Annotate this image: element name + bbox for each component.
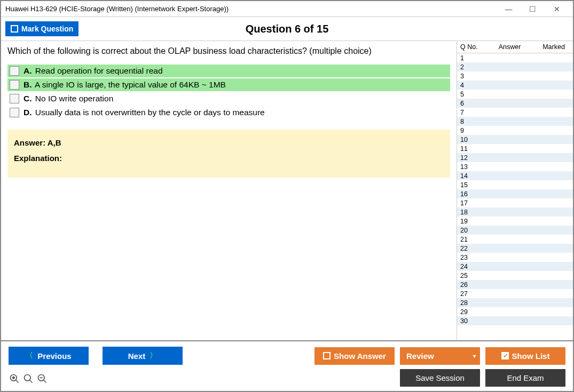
list-row[interactable]: 2 (457, 62, 573, 71)
list-row[interactable]: 18 (457, 207, 573, 217)
list-header: Q No. Answer Marked (457, 41, 573, 53)
next-button[interactable]: Next 〉 (103, 347, 183, 365)
row-number: 21 (460, 236, 476, 243)
minimize-icon[interactable]: — (497, 2, 521, 17)
question-list-panel: Q No. Answer Marked 12345678910111213141… (457, 41, 573, 340)
maximize-icon[interactable]: ☐ (521, 2, 545, 17)
list-row[interactable]: 5 (457, 90, 573, 99)
list-row[interactable]: 19 (457, 217, 573, 226)
save-session-button[interactable]: Save Session (400, 369, 480, 387)
question-panel: Which of the following is correct about … (1, 41, 457, 340)
list-row[interactable]: 11 (457, 144, 573, 153)
checkbox-icon[interactable] (10, 108, 19, 117)
list-row[interactable]: 26 (457, 280, 573, 289)
option-text: A. Read operation for sequential read (23, 66, 163, 76)
chevron-left-icon: 〈 (26, 351, 33, 361)
row-number: 14 (460, 172, 476, 180)
row-number: 7 (460, 109, 476, 116)
show-answer-label: Show Answer (334, 351, 386, 361)
list-row[interactable]: 4 (457, 81, 573, 90)
footer-row-2: Save Session End Exam (9, 369, 565, 387)
list-row[interactable]: 15 (457, 180, 573, 189)
list-row[interactable]: 22 (457, 244, 573, 253)
chevron-down-icon: ▾ (473, 353, 480, 359)
show-answer-button[interactable]: Show Answer (314, 347, 395, 365)
zoom-in-icon[interactable] (22, 373, 34, 385)
row-number: 17 (460, 199, 476, 207)
row-number: 15 (460, 181, 476, 189)
row-number: 1 (460, 54, 476, 62)
app-window: Huawei H13-629 (HCIE-Storage (Written) (… (0, 0, 574, 392)
option-text: D. Usually data is not overwritten by th… (23, 108, 265, 117)
list-row[interactable]: 8 (457, 117, 573, 126)
row-number: 29 (460, 308, 476, 316)
list-row[interactable]: 3 (457, 71, 573, 81)
row-number: 2 (460, 63, 476, 71)
list-row[interactable]: 12 (457, 153, 573, 162)
row-number: 28 (460, 299, 476, 307)
row-number: 26 (460, 281, 476, 289)
answer-option[interactable]: B. A single IO is large, the typical val… (7, 78, 450, 91)
question-list[interactable]: 1234567891011121314151617181920212223242… (457, 53, 573, 340)
mark-question-label: Mark Question (21, 25, 73, 33)
list-row[interactable]: 25 (457, 271, 573, 280)
window-controls: — ☐ ✕ (497, 2, 569, 17)
checkbox-icon[interactable] (10, 66, 19, 76)
row-number: 22 (460, 245, 476, 252)
list-row[interactable]: 6 (457, 99, 573, 108)
footer-row-1: 〈 Previous Next 〉 Show Answer Review ▾ S… (9, 347, 565, 365)
checkbox-icon[interactable] (10, 94, 19, 103)
question-text: Which of the following is correct about … (7, 46, 450, 56)
answer-option[interactable]: C. No IO write operation (7, 92, 450, 105)
row-number: 6 (460, 100, 476, 107)
list-row[interactable]: 10 (457, 135, 573, 144)
list-row[interactable]: 7 (457, 108, 573, 117)
main-area: Which of the following is correct about … (1, 41, 573, 340)
list-row[interactable]: 13 (457, 162, 573, 171)
list-row[interactable]: 27 (457, 289, 573, 298)
list-row[interactable]: 17 (457, 198, 573, 207)
option-text: B. A single IO is large, the typical val… (23, 80, 226, 90)
col-answer: Answer (482, 43, 538, 51)
row-number: 16 (460, 190, 476, 198)
show-list-button[interactable]: Show List (485, 347, 565, 365)
question-counter: Question 6 of 15 (1, 23, 573, 35)
list-row[interactable]: 29 (457, 307, 573, 316)
row-number: 18 (460, 209, 476, 216)
list-row[interactable]: 24 (457, 262, 573, 271)
list-row[interactable]: 1 (457, 53, 573, 62)
answer-label: Answer: A,B (14, 138, 444, 147)
row-number: 10 (460, 136, 476, 143)
svg-line-4 (30, 380, 33, 382)
close-icon[interactable]: ✕ (545, 2, 569, 17)
list-row[interactable]: 28 (457, 298, 573, 307)
list-row[interactable]: 9 (457, 126, 573, 135)
row-number: 23 (460, 254, 476, 261)
list-row[interactable]: 21 (457, 235, 573, 244)
zoom-reset-icon[interactable] (9, 373, 20, 385)
answer-option[interactable]: D. Usually data is not overwritten by th… (7, 106, 450, 119)
previous-button[interactable]: 〈 Previous (9, 347, 89, 365)
checkbox-icon[interactable] (10, 80, 19, 90)
row-number: 3 (460, 73, 476, 80)
list-row[interactable]: 23 (457, 253, 573, 262)
list-row[interactable]: 30 (457, 316, 573, 325)
row-number: 13 (460, 163, 476, 171)
explanation-label: Explanation: (14, 154, 444, 163)
end-exam-button[interactable]: End Exam (485, 369, 565, 387)
list-row[interactable]: 20 (457, 226, 573, 235)
mark-question-button[interactable]: Mark Question (5, 21, 78, 36)
answer-option[interactable]: A. Read operation for sequential read (7, 65, 450, 77)
svg-point-3 (25, 374, 31, 381)
list-row[interactable]: 16 (457, 189, 573, 198)
row-number: 12 (460, 154, 476, 162)
options-list: A. Read operation for sequential readB. … (7, 65, 450, 119)
list-row[interactable]: 14 (457, 171, 573, 180)
row-number: 30 (460, 317, 476, 325)
next-label: Next (128, 351, 146, 361)
option-text: C. No IO write operation (23, 94, 113, 103)
col-marked: Marked (538, 43, 570, 51)
row-number: 25 (460, 272, 476, 279)
zoom-out-icon[interactable] (36, 373, 48, 385)
review-button[interactable]: Review ▾ (400, 347, 480, 365)
